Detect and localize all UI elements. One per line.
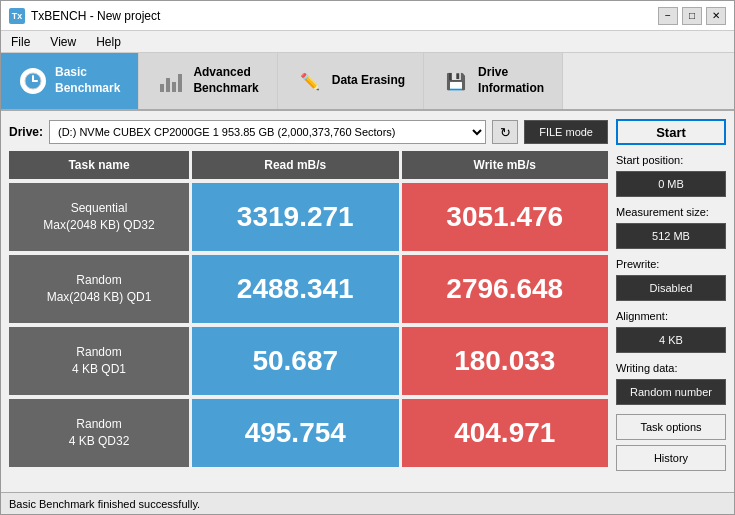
alignment-label: Alignment: <box>616 310 726 322</box>
app-icon: Tx <box>9 8 25 24</box>
close-button[interactable]: ✕ <box>706 7 726 25</box>
drive-information-icon: 💾 <box>442 67 470 95</box>
row-label-2: RandomMax(2048 KB) QD1 <box>9 255 189 323</box>
window-title: TxBENCH - New project <box>31 9 160 23</box>
table-row: SequentialMax(2048 KB) QD32 3319.271 305… <box>9 183 608 251</box>
title-bar-left: Tx TxBENCH - New project <box>9 8 160 24</box>
write-cell-4: 404.971 <box>402 399 609 467</box>
menu-view[interactable]: View <box>46 35 80 49</box>
measurement-size-label: Measurement size: <box>616 206 726 218</box>
row-label-4: Random4 KB QD32 <box>9 399 189 467</box>
advanced-benchmark-icon <box>157 67 185 95</box>
header-read: Read mB/s <box>192 151 399 179</box>
table-row: Random4 KB QD1 50.687 180.033 <box>9 327 608 395</box>
table-header: Task name Read mB/s Write mB/s <box>9 151 608 179</box>
alignment-value: 4 KB <box>616 327 726 353</box>
drive-select[interactable]: (D:) NVMe CUBEX CP2000GE 1 953.85 GB (2,… <box>49 120 486 144</box>
tab-drive-information[interactable]: 💾 DriveInformation <box>424 53 563 109</box>
header-write: Write mB/s <box>402 151 609 179</box>
benchmark-table: Task name Read mB/s Write mB/s Sequentia… <box>9 151 608 484</box>
drive-label: Drive: <box>9 125 43 139</box>
read-cell-1: 3319.271 <box>192 183 399 251</box>
header-task-name: Task name <box>9 151 189 179</box>
table-row: Random4 KB QD32 495.754 404.971 <box>9 399 608 467</box>
file-mode-button[interactable]: FILE mode <box>524 120 608 144</box>
read-cell-3: 50.687 <box>192 327 399 395</box>
writing-data-label: Writing data: <box>616 362 726 374</box>
menu-help[interactable]: Help <box>92 35 125 49</box>
maximize-button[interactable]: □ <box>682 7 702 25</box>
read-cell-4: 495.754 <box>192 399 399 467</box>
menu-file[interactable]: File <box>7 35 34 49</box>
refresh-button[interactable]: ↻ <box>492 120 518 144</box>
status-bar: Basic Benchmark finished successfully. <box>1 492 734 514</box>
task-options-button[interactable]: Task options <box>616 414 726 440</box>
history-button[interactable]: History <box>616 445 726 471</box>
status-text: Basic Benchmark finished successfully. <box>9 498 200 510</box>
write-cell-3: 180.033 <box>402 327 609 395</box>
tab-advanced-benchmark[interactable]: AdvancedBenchmark <box>139 53 277 109</box>
data-erasing-icon: ✏️ <box>296 67 324 95</box>
tab-advanced-label: AdvancedBenchmark <box>193 65 258 96</box>
measurement-size-value: 512 MB <box>616 223 726 249</box>
write-cell-2: 2796.648 <box>402 255 609 323</box>
basic-benchmark-icon <box>19 67 47 95</box>
row-label-3: Random4 KB QD1 <box>9 327 189 395</box>
side-panel: Start Start position: 0 MB Measurement s… <box>616 119 726 484</box>
main-window: Tx TxBENCH - New project − □ ✕ File View… <box>0 0 735 515</box>
write-cell-1: 3051.476 <box>402 183 609 251</box>
minimize-button[interactable]: − <box>658 7 678 25</box>
main-panel: Drive: (D:) NVMe CUBEX CP2000GE 1 953.85… <box>9 119 608 484</box>
tab-bar: BasicBenchmark AdvancedBenchmark ✏️ Data… <box>1 53 734 111</box>
table-row: RandomMax(2048 KB) QD1 2488.341 2796.648 <box>9 255 608 323</box>
title-bar-controls: − □ ✕ <box>658 7 726 25</box>
content-area: Drive: (D:) NVMe CUBEX CP2000GE 1 953.85… <box>1 111 734 492</box>
row-label-1: SequentialMax(2048 KB) QD32 <box>9 183 189 251</box>
prewrite-value: Disabled <box>616 275 726 301</box>
tab-erase-label: Data Erasing <box>332 73 405 89</box>
tab-basic-benchmark[interactable]: BasicBenchmark <box>1 53 139 109</box>
drive-row: Drive: (D:) NVMe CUBEX CP2000GE 1 953.85… <box>9 119 608 145</box>
prewrite-label: Prewrite: <box>616 258 726 270</box>
tab-basic-label: BasicBenchmark <box>55 65 120 96</box>
start-button[interactable]: Start <box>616 119 726 145</box>
start-position-label: Start position: <box>616 154 726 166</box>
start-position-value: 0 MB <box>616 171 726 197</box>
tab-info-label: DriveInformation <box>478 65 544 96</box>
title-bar: Tx TxBENCH - New project − □ ✕ <box>1 1 734 31</box>
read-cell-2: 2488.341 <box>192 255 399 323</box>
tab-data-erasing[interactable]: ✏️ Data Erasing <box>278 53 424 109</box>
menu-bar: File View Help <box>1 31 734 53</box>
writing-data-value: Random number <box>616 379 726 405</box>
